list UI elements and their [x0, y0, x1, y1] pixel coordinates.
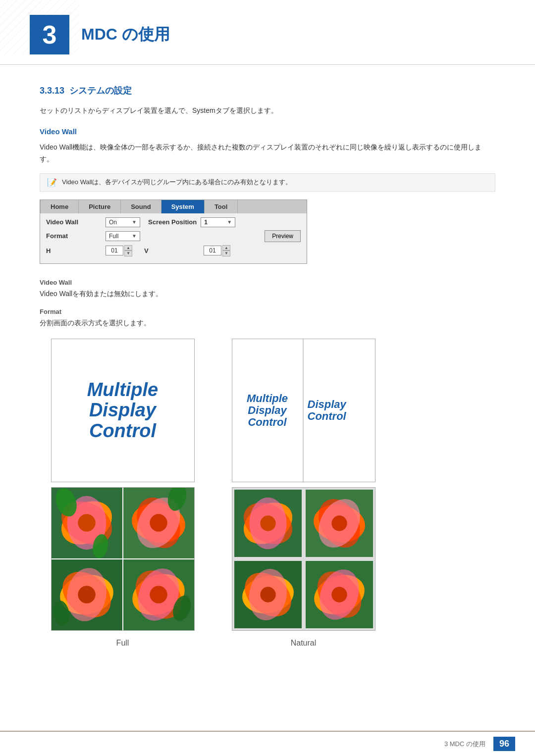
chapter-number: 3: [30, 15, 69, 54]
video-wall-select[interactable]: On ▼: [106, 217, 140, 227]
mdc-line3-natural: Control: [248, 416, 286, 428]
screen-position-select[interactable]: 1 ▼: [201, 217, 235, 227]
note-text: Video Wallは、各デバイスが同じグループ内にある場合にのみ有効となります…: [62, 178, 292, 187]
v-label: V: [144, 247, 204, 254]
preview-button[interactable]: Preview: [265, 230, 301, 242]
screen-position-arrow: ▼: [227, 219, 232, 225]
h-down-arrow[interactable]: ▼: [124, 251, 132, 256]
mdc-line2-full: Display: [89, 400, 156, 421]
mdc-line1-natural: Multiple: [247, 393, 288, 404]
format-preview-natural-text: Multiple Display Control Display Control: [232, 339, 375, 482]
natural-cell-3: [234, 561, 302, 628]
v-arrows[interactable]: ▲ ▼: [222, 245, 230, 256]
video-wall-panel-label: Video Wall: [46, 218, 106, 226]
tab-tool[interactable]: Tool: [205, 200, 238, 213]
format-select[interactable]: Full ▼: [106, 231, 140, 241]
h-value: 01: [106, 246, 123, 255]
svg-point-41: [260, 587, 275, 603]
flower-cell-3: [52, 559, 122, 630]
note-box: 📝 Video Wallは、各デバイスが同じグループ内にある場合にのみ有効となり…: [40, 173, 495, 192]
svg-point-36: [331, 516, 347, 531]
svg-point-46: [331, 587, 347, 603]
note-icon: 📝: [47, 178, 57, 187]
svg-point-31: [260, 516, 275, 531]
mdc-split-display: Multiple Display Control Display Control: [232, 339, 375, 482]
screen-position-label: Screen Position: [148, 218, 197, 226]
mdc-line1-full: Multiple: [87, 380, 159, 401]
format-label-full: Full: [116, 639, 129, 648]
flower-grid-full: [52, 488, 194, 630]
format-grid: Multiple Display Control: [40, 339, 386, 648]
tab-picture[interactable]: Picture: [79, 200, 121, 213]
sub-desc-videowall: Video Wallを有効または無効にします。: [40, 288, 495, 300]
sub-desc-format: 分割画面の表示方式を選択します。: [40, 317, 495, 329]
v-spinner[interactable]: 01 ▲ ▼: [204, 245, 230, 256]
video-wall-title: Video Wall: [40, 127, 495, 136]
sub-label-videowall: Video Wall: [40, 279, 495, 286]
svg-point-13: [150, 514, 167, 532]
page-number: 96: [493, 737, 515, 751]
panel-body: Video Wall On ▼ Screen Position 1 ▼ Form…: [40, 213, 307, 263]
panel-row-format: Format Full ▼ Preview: [46, 230, 301, 242]
screen-position-group: Screen Position 1 ▼: [148, 217, 243, 227]
mdc-line1-natural-r: Display: [308, 399, 346, 410]
tab-system[interactable]: System: [161, 200, 205, 213]
format-label-natural: Natural: [291, 639, 317, 648]
mdc-line2-natural-r: Control: [308, 410, 346, 422]
svg-point-6: [78, 514, 96, 532]
h-arrows[interactable]: ▲ ▼: [124, 245, 132, 256]
footer-text: 3 MDC の使用: [444, 740, 485, 749]
v-up-arrow[interactable]: ▲: [222, 245, 230, 251]
mdc-text-display-full: Multiple Display Control: [52, 339, 194, 482]
format-dropdown-arrow: ▼: [132, 233, 137, 239]
section-title: 3.3.13 システムの設定: [40, 85, 495, 97]
panel-row-hv: H 01 ▲ ▼ V 01 ▲ ▼: [46, 245, 301, 256]
page-header: 3 MDC の使用: [0, 0, 535, 65]
natural-cell-4: [306, 561, 373, 628]
format-panel-label: Format: [46, 232, 106, 240]
mdc-line3-full: Control: [89, 421, 156, 442]
page-footer: 3 MDC の使用 96: [0, 731, 535, 756]
video-wall-description: Video Wall機能は、映像全体の一部を表示するか、接続された複数のディスプ…: [40, 142, 495, 165]
v-down-arrow[interactable]: ▼: [222, 251, 230, 256]
v-value: 01: [204, 246, 221, 255]
natural-grid: [232, 488, 375, 630]
video-wall-dropdown-arrow: ▼: [132, 219, 137, 225]
natural-cell-1: [234, 490, 302, 557]
format-preview-full-text: Multiple Display Control: [51, 339, 195, 482]
svg-point-19: [78, 586, 96, 604]
svg-point-25: [150, 586, 167, 604]
mdc-split-left: Multiple Display Control: [232, 339, 304, 482]
h-spinner[interactable]: 01 ▲ ▼: [106, 245, 132, 256]
mdc-split-right: Display Control: [304, 339, 375, 482]
flower-cell-4: [123, 559, 194, 630]
format-preview-full-flowers: [51, 487, 195, 631]
format-item-natural: Multiple Display Control Display Control: [220, 339, 386, 648]
ui-panel: Home Picture Sound System Tool Video Wal…: [40, 200, 307, 264]
flower-cell-1: [52, 488, 122, 558]
intro-text: セットのリストからディスプレイ装置を選んで、Systemタブを選択します。: [40, 106, 495, 115]
flower-cell-2: [123, 488, 194, 558]
tab-home[interactable]: Home: [40, 200, 79, 213]
h-label: H: [46, 247, 106, 254]
sub-label-format: Format: [40, 308, 495, 315]
panel-row-videowall: Video Wall On ▼ Screen Position 1 ▼: [46, 217, 301, 227]
natural-cell-2: [306, 490, 373, 557]
tab-sound[interactable]: Sound: [121, 200, 161, 213]
format-preview-natural-flowers: [232, 487, 375, 631]
format-item-full: Multiple Display Control: [40, 339, 206, 648]
h-up-arrow[interactable]: ▲: [124, 245, 132, 251]
chapter-title: MDC の使用: [81, 24, 170, 46]
mdc-line2-natural: Display: [248, 404, 286, 416]
tab-bar: Home Picture Sound System Tool: [40, 200, 307, 213]
main-content: 3.3.13 システムの設定 セットのリストからディスプレイ装置を選んで、Sys…: [0, 65, 535, 677]
